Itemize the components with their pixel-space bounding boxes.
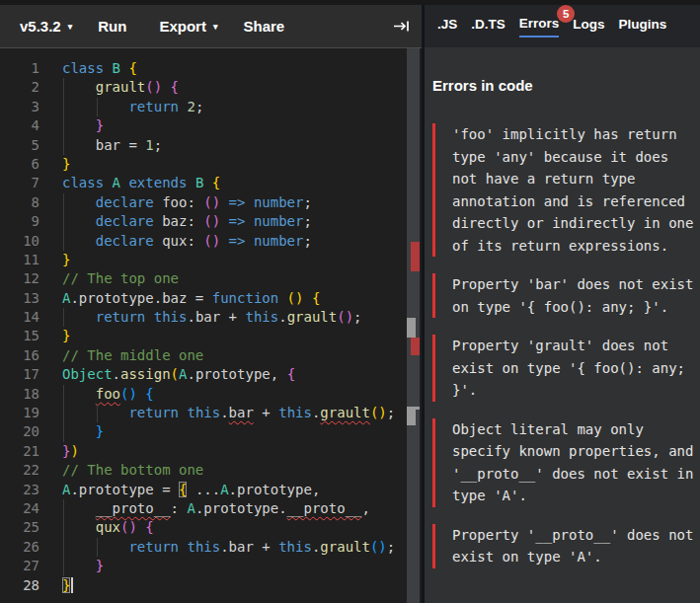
code-line[interactable]: 22// The bottom one [0, 461, 422, 480]
code-text: // The middle one [62, 346, 422, 365]
code-line[interactable]: 27 } [0, 557, 422, 575]
line-number: 14 [0, 308, 39, 327]
export-label: Export [159, 18, 206, 35]
tab-plugins-label: Plugins [619, 17, 667, 32]
code-line[interactable]: 25 qux() { [0, 518, 422, 537]
line-number: 22 [0, 461, 39, 480]
code-text: declare baz: () => number; [62, 212, 422, 231]
code-line[interactable]: 24 __proto__: A.prototype.__proto__, [0, 499, 422, 518]
tab-dts[interactable]: .D.TS [471, 17, 506, 37]
code-text: grault() { [62, 78, 422, 97]
code-line[interactable]: 9 declare baz: () => number; [0, 212, 422, 231]
code-lines: 1class B {2 grault() {3 return 2;4 }5 ba… [0, 59, 422, 595]
editor-pane: v5.3.2 ▾ Run Export ▾ Share 1class B {2 … [0, 0, 422, 603]
code-text: } [62, 327, 422, 345]
error-message: Object literal may only specify known pr… [452, 418, 696, 507]
indent-guide [63, 422, 64, 441]
indent-guide [63, 193, 64, 212]
code-line[interactable]: 18 foo() { [0, 385, 422, 404]
code-line[interactable]: 4 } [0, 116, 422, 135]
code-text: return this.bar + this.grault(); [62, 308, 422, 327]
typescript-playground: v5.3.2 ▾ Run Export ▾ Share 1class B {2 … [0, 0, 700, 603]
code-text: return 2; [62, 98, 422, 116]
indent-guide [63, 499, 64, 518]
code-line[interactable]: 20 } [0, 422, 422, 441]
code-text: __proto__: A.prototype.__proto__, [62, 499, 422, 518]
errors-panel: Errors in code 'foo' implicitly has retu… [425, 47, 700, 603]
code-line[interactable]: 13A.prototype.baz = function () { [0, 289, 422, 308]
line-number: 20 [0, 422, 39, 441]
line-number: 15 [0, 327, 39, 345]
sidebar-pane: .JS .D.TS Errors 5 Logs Plugins Errors i… [425, 0, 700, 603]
code-editor[interactable]: 1class B {2 grault() {3 return 2;4 }5 ba… [0, 48, 422, 603]
tab-dts-label: .D.TS [471, 17, 506, 32]
code-line[interactable]: 12// The top one [0, 269, 422, 288]
version-dropdown[interactable]: v5.3.2 ▾ [20, 18, 72, 35]
code-line[interactable]: 10 declare qux: () => number; [0, 232, 422, 251]
code-text: bar = 1; [62, 136, 422, 155]
code-line[interactable]: 26 return this.bar + this.grault(); [0, 538, 422, 557]
indent-guide [63, 98, 64, 116]
line-number: 23 [0, 481, 39, 499]
code-text: declare qux: () => number; [62, 232, 422, 251]
line-number: 1 [0, 59, 39, 78]
code-line[interactable]: 17Object.assign(A.prototype, { [0, 365, 422, 384]
indent-guide [97, 98, 98, 116]
code-text: // The bottom one [62, 461, 422, 480]
code-line[interactable]: 2 grault() { [0, 78, 422, 97]
code-line[interactable]: 7class A extends B { [0, 174, 422, 192]
line-number: 16 [0, 346, 39, 365]
code-line[interactable]: 11} [0, 251, 422, 269]
code-text: }) [62, 442, 422, 461]
line-number: 12 [0, 269, 39, 288]
code-line[interactable]: 19 return this.bar + this.grault(); [0, 404, 422, 422]
tab-logs[interactable]: Logs [573, 17, 604, 37]
code-line[interactable]: 16// The middle one [0, 346, 422, 365]
indent-guide [63, 385, 64, 404]
line-number: 2 [0, 78, 39, 97]
code-text: A.prototype = { ...A.prototype, [62, 481, 422, 499]
code-line[interactable]: 5 bar = 1; [0, 136, 422, 155]
code-text: Object.assign(A.prototype, { [62, 365, 422, 384]
line-number: 25 [0, 518, 39, 537]
line-number: 7 [0, 174, 39, 192]
code-text: return this.bar + this.grault(); [62, 538, 422, 557]
line-number: 19 [0, 404, 39, 422]
line-number: 5 [0, 136, 39, 155]
code-line[interactable]: 3 return 2; [0, 98, 422, 116]
editor-scrollbar[interactable] [407, 48, 420, 603]
code-line[interactable]: 28} [0, 576, 422, 595]
tab-logs-label: Logs [573, 17, 604, 32]
code-line[interactable]: 15} [0, 327, 422, 345]
line-number: 26 [0, 538, 39, 557]
errors-panel-title: Errors in code [432, 77, 696, 94]
code-line[interactable]: 23A.prototype = { ...A.prototype, [0, 481, 422, 499]
line-number: 18 [0, 385, 39, 404]
code-line[interactable]: 6} [0, 155, 422, 174]
share-button[interactable]: Share [243, 18, 284, 35]
tab-plugins[interactable]: Plugins [619, 17, 667, 37]
indent-guide [97, 404, 98, 422]
indent-guide [63, 404, 64, 422]
tab-errors[interactable]: Errors 5 [519, 16, 560, 38]
line-number: 3 [0, 98, 39, 116]
arrow-to-bar-icon[interactable] [393, 20, 410, 33]
indent-guide [63, 308, 64, 327]
export-dropdown[interactable]: Export ▾ [159, 18, 217, 35]
run-button[interactable]: Run [98, 18, 126, 35]
error-item: Property 'bar' does not exist on type '{… [432, 273, 696, 318]
text-cursor [71, 577, 73, 593]
code-line[interactable]: 14 return this.bar + this.grault(); [0, 308, 422, 327]
code-line[interactable]: 8 declare foo: () => number; [0, 193, 422, 212]
line-number: 17 [0, 365, 39, 384]
indent-guide [63, 212, 64, 231]
code-text: } [62, 422, 422, 441]
tab-js[interactable]: .JS [437, 17, 457, 37]
overview-ruler-error-mark [411, 242, 420, 271]
code-line[interactable]: 1class B { [0, 59, 422, 78]
indent-guide [63, 538, 64, 557]
code-text: } [62, 116, 422, 135]
code-line[interactable]: 21}) [0, 442, 422, 461]
code-text: class B { [62, 59, 422, 78]
error-message: Property '__proto__' does not exist on t… [452, 524, 696, 568]
